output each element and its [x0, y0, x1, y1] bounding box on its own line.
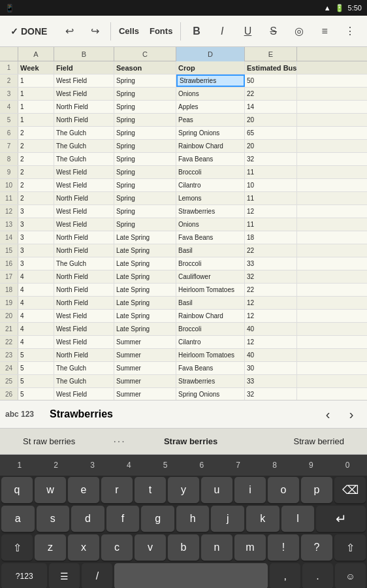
- kb-r[interactable]: r: [101, 477, 133, 503]
- cell-week[interactable]: 4: [18, 297, 54, 309]
- cell-week[interactable]: 1: [18, 88, 54, 100]
- cell-bushels[interactable]: 40: [245, 349, 297, 361]
- cell-bushels[interactable]: 12: [245, 336, 297, 348]
- kb-q[interactable]: q: [1, 477, 33, 503]
- cell-field[interactable]: The Gulch: [54, 153, 114, 165]
- prev-cell-button[interactable]: ‹: [317, 404, 338, 425]
- kb-num-4[interactable]: 4: [110, 455, 147, 476]
- cell-bushels[interactable]: 11: [245, 166, 297, 178]
- cell-crop[interactable]: Peas: [176, 114, 245, 126]
- cell-week[interactable]: 3: [18, 257, 54, 270]
- cell-1-crop[interactable]: Crop: [176, 61, 245, 74]
- cell-season[interactable]: Summer: [114, 375, 176, 387]
- cell-field[interactable]: The Gulch: [54, 362, 114, 374]
- autocomplete-item-2[interactable]: Straw berried: [286, 434, 352, 449]
- cell-crop[interactable]: Heirloom Tomatoes: [176, 284, 245, 296]
- cell-crop[interactable]: Broccoli: [176, 323, 245, 335]
- cell-1-field[interactable]: Field: [54, 61, 114, 74]
- col-header-c[interactable]: C: [114, 47, 176, 61]
- cell-season[interactable]: Late Spring: [114, 323, 176, 335]
- bold-button[interactable]: B: [185, 20, 208, 43]
- kb-n[interactable]: n: [201, 534, 232, 561]
- cell-season[interactable]: Spring: [114, 74, 176, 87]
- col-header-d[interactable]: D: [176, 47, 245, 61]
- cell-field[interactable]: North Field: [54, 297, 114, 309]
- cell-field[interactable]: West Field: [54, 310, 114, 322]
- cell-crop[interactable]: Cauliflower: [176, 270, 245, 283]
- col-header-a[interactable]: A: [18, 47, 54, 61]
- kb-y[interactable]: y: [168, 477, 199, 503]
- cell-bushels[interactable]: 32: [245, 388, 297, 400]
- kb-emoji[interactable]: ☺: [335, 563, 366, 588]
- cell-field[interactable]: The Gulch: [54, 140, 114, 152]
- kb-a[interactable]: a: [1, 506, 35, 532]
- cell-field[interactable]: West Field: [54, 74, 114, 87]
- cell-season[interactable]: Spring: [114, 140, 176, 152]
- col-header-b[interactable]: B: [54, 47, 114, 61]
- cell-crop[interactable]: Strawberries: [176, 205, 245, 218]
- cell-field[interactable]: West Field: [54, 88, 114, 100]
- kb-k[interactable]: k: [246, 506, 279, 532]
- cell-bushels[interactable]: 14: [245, 101, 297, 113]
- cell-season[interactable]: Summer: [114, 388, 176, 400]
- kb-period[interactable]: .: [302, 563, 333, 588]
- cell-crop[interactable]: Cilantro: [176, 179, 245, 191]
- cell-week[interactable]: 1: [18, 101, 54, 113]
- cell-bushels[interactable]: 10: [245, 179, 297, 191]
- cell-field[interactable]: West Field: [54, 166, 114, 178]
- cell-season[interactable]: Late Spring: [114, 257, 176, 270]
- kb-d[interactable]: d: [71, 506, 104, 532]
- cell-bushels[interactable]: 11: [245, 218, 297, 231]
- kb-shift-right[interactable]: ⇧: [334, 534, 366, 561]
- cell-season[interactable]: Spring: [114, 205, 176, 218]
- cell-field[interactable]: North Field: [54, 114, 114, 126]
- cell-week[interactable]: 2: [18, 166, 54, 178]
- cell-bushels[interactable]: 33: [245, 257, 297, 270]
- cell-field[interactable]: West Field: [54, 218, 114, 231]
- cell-bushels[interactable]: 32: [245, 153, 297, 165]
- cell-field[interactable]: West Field: [54, 388, 114, 400]
- cell-season[interactable]: Spring: [114, 153, 176, 165]
- input-bar-value[interactable]: Strawberries: [50, 408, 312, 420]
- kb-u[interactable]: u: [201, 477, 232, 503]
- cell-week[interactable]: 4: [18, 284, 54, 296]
- cell-season[interactable]: Late Spring: [114, 270, 176, 283]
- cell-week[interactable]: 3: [18, 244, 54, 257]
- kb-num-2[interactable]: 2: [38, 455, 74, 476]
- kb-c[interactable]: c: [101, 534, 133, 561]
- cell-bushels[interactable]: 32: [245, 270, 297, 283]
- cell-season[interactable]: Spring: [114, 101, 176, 113]
- next-cell-button[interactable]: ›: [341, 404, 362, 425]
- kb-num-0[interactable]: 0: [329, 455, 366, 476]
- kb-f[interactable]: f: [106, 506, 140, 532]
- kb-num-7[interactable]: 7: [220, 455, 257, 476]
- cell-week[interactable]: 4: [18, 310, 54, 322]
- kb-settings[interactable]: ☰: [49, 563, 80, 588]
- cell-week[interactable]: 4: [18, 270, 54, 283]
- cell-crop[interactable]: Heirloom Tomatoes: [176, 349, 245, 361]
- cell-field[interactable]: The Gulch: [54, 127, 114, 139]
- cell-season[interactable]: Late Spring: [114, 231, 176, 244]
- cell-week[interactable]: 2: [18, 179, 54, 191]
- kb-p[interactable]: p: [301, 477, 332, 503]
- fonts-button[interactable]: Fonts: [146, 24, 176, 39]
- cell-bushels[interactable]: 22: [245, 284, 297, 296]
- kb-g[interactable]: g: [141, 506, 174, 532]
- underline-button[interactable]: U: [236, 20, 259, 43]
- kb-comma[interactable]: ,: [270, 563, 300, 588]
- cell-bushels[interactable]: 50: [245, 74, 297, 87]
- cell-week[interactable]: 3: [18, 231, 54, 244]
- kb-num-1[interactable]: 1: [1, 455, 38, 476]
- cell-season[interactable]: Spring: [114, 179, 176, 191]
- cell-field[interactable]: North Field: [54, 101, 114, 113]
- cell-bushels[interactable]: 40: [245, 323, 297, 335]
- cell-field[interactable]: The Gulch: [54, 257, 114, 270]
- cell-crop[interactable]: Cilantro: [176, 336, 245, 348]
- fill-button[interactable]: ◎: [287, 20, 310, 43]
- cell-bushels[interactable]: 18: [245, 231, 297, 244]
- kb-t[interactable]: t: [135, 477, 166, 503]
- kb-o[interactable]: o: [268, 477, 299, 503]
- kb-num-8[interactable]: 8: [257, 455, 293, 476]
- kb-b[interactable]: b: [168, 534, 199, 561]
- cell-field[interactable]: North Field: [54, 244, 114, 257]
